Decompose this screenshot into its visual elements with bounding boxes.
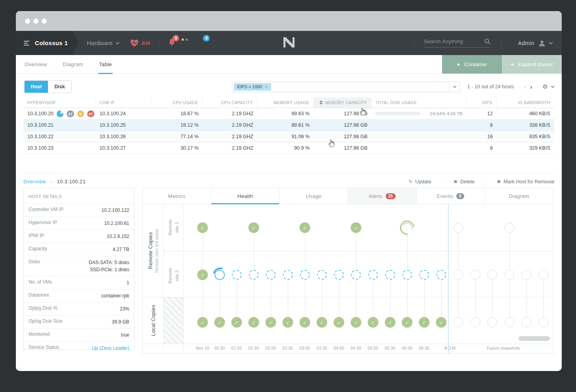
column-header-hypervisor[interactable]: HYPERVISOR (23, 97, 96, 108)
table-settings-gear-icon[interactable]: ⚙ (543, 83, 548, 90)
snapshot-future-remote-site-2[interactable] (488, 270, 498, 280)
snapshot-check-local[interactable]: ✓ (232, 317, 242, 328)
prev-page-button[interactable]: ‹ (524, 84, 526, 90)
snapshot-check-local[interactable]: ✓ (436, 317, 447, 328)
table-row[interactable]: 10.3.100.202782710.3.100.2418.67 %2.19 G… (23, 108, 554, 120)
snapshot-pending-remote-site-2[interactable] (402, 270, 412, 280)
window-maximize-icon[interactable] (42, 19, 47, 24)
toggle-host[interactable]: Host (25, 81, 48, 93)
column-header-iops[interactable]: IOPS (467, 97, 497, 108)
snapshot-pending-remote-site-2[interactable] (368, 270, 378, 280)
snapshot-check-remote-site-1[interactable]: ✓ (249, 223, 259, 233)
snapshot-check-local[interactable]: ✓ (197, 317, 208, 328)
action-delete[interactable]: ✖Delete (454, 179, 475, 185)
snapshot-pending-remote-site-2[interactable] (283, 270, 293, 280)
user-menu[interactable]: Admin (518, 40, 552, 47)
chip-remove-icon[interactable]: ✕ (265, 85, 268, 89)
table-row[interactable]: 10.3.100.2110.3.100.2519.12 %2.19 GHZ89.… (23, 120, 554, 131)
subnav-tab-diagram[interactable]: Diagram (62, 55, 84, 74)
snapshot-pending-remote-site-2[interactable] (300, 270, 310, 280)
tab-alerts[interactable]: Alerts25 (348, 188, 417, 204)
snapshot-check-remote-site-2[interactable]: ✓ (197, 270, 208, 280)
snapshot-check-local[interactable]: ✓ (300, 317, 310, 328)
filter-input[interactable]: IOPS > 1000 ✕ (232, 82, 450, 92)
table-row[interactable]: 10.3.100.2310.3.100.2730.17 %2.19 GHZ90.… (23, 143, 554, 154)
tasks-indicator[interactable]: 8 (197, 40, 208, 47)
menu-icon[interactable] (24, 41, 29, 46)
snapshot-future-local[interactable] (488, 318, 498, 327)
snapshot-pending-remote-site-2[interactable] (385, 270, 395, 280)
snapshot-sync-blue-remote-site-2[interactable] (214, 270, 225, 280)
expand-cluster-button[interactable]: + Expand cluster (502, 55, 562, 74)
snapshot-pending-remote-site-2[interactable] (436, 270, 446, 280)
tab-metrics[interactable]: Metrics (143, 188, 211, 204)
alerts-indicator[interactable]: 8 (168, 38, 175, 48)
subnav-tab-table[interactable]: Table (98, 55, 113, 74)
column-header-memory-capacity[interactable]: MEMORY CAPACITY (314, 97, 371, 108)
snapshot-pending-remote-site-2[interactable] (317, 270, 327, 280)
snapshot-check-local[interactable]: ✓ (368, 317, 379, 328)
filter-dropdown-button[interactable] (450, 82, 460, 92)
snapshot-pending-remote-site-2[interactable] (351, 270, 361, 280)
snapshot-future-remote-site-2[interactable] (522, 270, 532, 280)
search-icon[interactable] (484, 38, 490, 44)
snapshot-check-remote-site-1[interactable]: ✓ (300, 223, 310, 233)
snapshot-check-local[interactable]: ✓ (249, 317, 259, 328)
filter-chip[interactable]: IOPS > 1000 ✕ (234, 83, 272, 91)
table-row[interactable]: 10.3.100.2210.3.100.2677.14 %2.19 GHZ91.… (23, 131, 554, 143)
tab-health[interactable]: Health (211, 188, 280, 204)
snapshot-future-remote-site-2[interactable] (471, 270, 480, 280)
cluster-selector[interactable]: Colossus 1 (16, 31, 78, 55)
service-status-link[interactable]: Up (Zeus Leader) (92, 344, 129, 352)
snapshot-check-local[interactable]: ✓ (283, 317, 293, 328)
breadcrumb-overview-link[interactable]: Overview (23, 179, 46, 185)
snapshot-future-remote-site-1[interactable] (454, 223, 463, 233)
chevron-down-icon[interactable] (551, 84, 555, 88)
snapshot-check-local[interactable]: ✓ (214, 317, 225, 328)
action-update[interactable]: ✎Update (409, 179, 431, 185)
snapshot-future-remote-site-2[interactable] (539, 270, 549, 280)
snapshot-pending-remote-site-2[interactable] (232, 270, 242, 280)
count-badge[interactable]: 8 (77, 110, 84, 117)
snapshot-pending-remote-site-2[interactable] (419, 270, 429, 280)
tab-diagram[interactable]: Diagram (485, 188, 553, 204)
count-badge[interactable]: 27 (87, 110, 95, 117)
section-dropdown[interactable]: Hardware (87, 40, 119, 46)
snapshot-check-local[interactable]: ✓ (385, 317, 396, 328)
snapshot-check-remote-site-1[interactable]: ✓ (351, 223, 362, 233)
search-input[interactable]: Search Anything (424, 38, 490, 48)
window-minimize-icon[interactable] (33, 19, 38, 24)
column-header-total-disk-usage[interactable]: TOTAL DISK USAGE (371, 97, 467, 108)
column-header-cpu-capacity[interactable]: CPU CAPACITY (203, 97, 257, 108)
snapshot-future-remote-site-2[interactable] (505, 270, 515, 280)
next-page-button[interactable]: › (530, 84, 532, 90)
container-button[interactable]: + Container (442, 55, 502, 74)
column-header-io-bandwidth[interactable]: IO BANDWIDTH (497, 97, 554, 108)
snapshot-future-local[interactable] (522, 318, 532, 327)
tab-events[interactable]: Events8 (417, 188, 485, 204)
toggle-disk[interactable]: Disk (48, 81, 71, 93)
subnav-tab-overview[interactable]: Overview (24, 55, 48, 74)
snapshot-check-remote-site-1[interactable]: ✓ (197, 223, 208, 233)
snapshot-check-local[interactable]: ✓ (334, 317, 344, 328)
column-header-cvm-ip[interactable]: CVM IP (96, 97, 151, 108)
snapshot-pending-remote-site-2[interactable] (266, 270, 276, 280)
snapshot-future-local[interactable] (471, 318, 480, 327)
action-mark-host-for-removal[interactable]: ✖Mark Host for Removal (497, 179, 554, 185)
snapshot-sync-green-remote-site-1[interactable] (397, 218, 417, 238)
snapshot-future-remote-site-2[interactable] (454, 270, 463, 280)
snapshot-future-local[interactable] (505, 318, 515, 327)
snapshot-check-local[interactable]: ✓ (402, 317, 413, 328)
snapshot-future-local[interactable] (454, 318, 463, 327)
usage-pie-badge[interactable] (57, 110, 63, 117)
snapshot-future-local[interactable] (539, 318, 549, 327)
count-badge[interactable]: 27 (67, 110, 74, 117)
snapshot-check-local[interactable]: ✓ (419, 317, 430, 328)
snapshot-check-local[interactable]: ✓ (266, 317, 276, 328)
snapshot-pending-remote-site-2[interactable] (249, 270, 259, 280)
tab-usage[interactable]: Usage (279, 188, 348, 204)
window-close-icon[interactable] (25, 19, 30, 24)
snapshot-pending-remote-site-2[interactable] (334, 270, 344, 280)
snapshot-check-local[interactable]: ✓ (317, 317, 327, 328)
timeline-scrollbar[interactable] (519, 336, 550, 341)
